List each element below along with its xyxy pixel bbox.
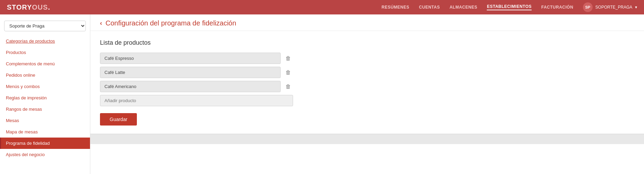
save-button[interactable]: Guardar — [100, 113, 137, 126]
main-content: ‹ Configuración del programa de fideliza… — [90, 14, 644, 174]
sidebar: Soporte de Praga Categorías de productos… — [0, 14, 90, 174]
delete-button-1[interactable]: 🗑 — [283, 54, 293, 63]
table-row: 🗑 — [100, 67, 293, 78]
delete-button-3[interactable]: 🗑 — [283, 82, 293, 91]
sidebar-item-productos[interactable]: Productos — [0, 47, 90, 58]
sidebar-item-ajustes[interactable]: Ajustes del negocio — [0, 149, 90, 160]
product-list: 🗑 🗑 🗑 — [100, 53, 293, 106]
location-dropdown[interactable]: Soporte de Praga — [4, 21, 86, 31]
nav-resumenes[interactable]: RESÚMENES — [382, 5, 410, 10]
footer-bar — [90, 134, 644, 144]
trash-icon: 🗑 — [285, 55, 291, 62]
add-product-input[interactable] — [100, 95, 293, 106]
logo: STORYOUS. — [7, 3, 50, 11]
content-area: Lista de productos 🗑 🗑 — [90, 31, 644, 134]
top-nav: STORYOUS. RESÚMENES CUENTAS ALMACENES ES… — [0, 0, 644, 14]
page-header: ‹ Configuración del programa de fideliza… — [90, 14, 644, 31]
table-row: 🗑 — [100, 53, 293, 64]
sidebar-item-complementos[interactable]: Complementos de menú — [0, 58, 90, 69]
user-menu[interactable]: SP SOPORTE_PRAGA ▾ — [583, 2, 637, 12]
save-section: Guardar — [100, 113, 634, 126]
product-input-2[interactable] — [100, 67, 281, 78]
section-title: Lista de productos — [100, 39, 634, 46]
sidebar-item-menus[interactable]: Menús y combos — [0, 81, 90, 92]
nav-facturacion[interactable]: FACTURACIÓN — [541, 5, 573, 10]
delete-button-2[interactable]: 🗑 — [283, 68, 293, 77]
sidebar-item-reglas[interactable]: Reglas de impresión — [0, 92, 90, 104]
nav-cuentas[interactable]: CUENTAS — [419, 5, 440, 10]
avatar: SP — [583, 2, 593, 12]
sidebar-item-mapa[interactable]: Mapa de mesas — [0, 126, 90, 138]
user-chevron-icon: ▾ — [635, 5, 637, 10]
user-label: SOPORTE_PRAGA — [595, 5, 632, 10]
sidebar-item-mesas[interactable]: Mesas — [0, 115, 90, 126]
sidebar-item-categorias[interactable]: Categorías de productos — [0, 35, 90, 47]
sidebar-item-fidelidad[interactable]: Programa de fidelidad — [0, 138, 90, 149]
nav-links: RESÚMENES CUENTAS ALMACENES ESTABLECIMIE… — [382, 2, 637, 12]
trash-icon: 🗑 — [285, 69, 291, 76]
back-button[interactable]: ‹ — [100, 20, 102, 27]
layout: Soporte de Praga Categorías de productos… — [0, 14, 644, 174]
sidebar-item-rangos[interactable]: Rangos de mesas — [0, 104, 90, 115]
page-title: Configuración del programa de fidelizaci… — [105, 19, 236, 27]
table-row: 🗑 — [100, 81, 293, 92]
sidebar-item-pedidos[interactable]: Pedidos online — [0, 69, 90, 81]
product-input-3[interactable] — [100, 81, 281, 92]
add-product-row — [100, 95, 293, 106]
trash-icon: 🗑 — [285, 84, 291, 90]
nav-establecimientos[interactable]: ESTABLECIMIENTOS — [487, 4, 532, 10]
product-input-1[interactable] — [100, 53, 281, 64]
nav-almacenes[interactable]: ALMACENES — [450, 5, 477, 10]
